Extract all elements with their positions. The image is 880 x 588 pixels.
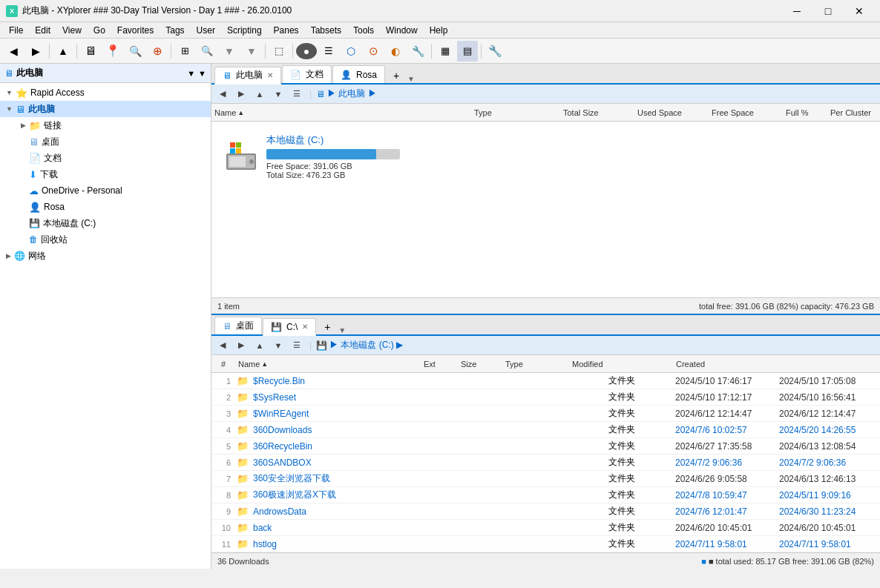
back-nav-btn-bottom[interactable]: ◀ [214, 338, 231, 353]
menu-user[interactable]: User [191, 24, 221, 37]
col-per-cluster-header[interactable]: Per Cluster [827, 108, 880, 117]
location2-button[interactable]: 📍 [102, 41, 123, 62]
sidebar-filter[interactable]: ▼ [198, 69, 206, 78]
menu-scripting[interactable]: Scripting [221, 24, 268, 37]
sidebar-item-recycle[interactable]: ▶ 🗑 回收站 [0, 231, 211, 248]
sidebar-item-rosa[interactable]: ▶ 👤 Rosa [0, 199, 211, 215]
col-total-size-header[interactable]: Total Size [560, 108, 634, 117]
up-button[interactable]: ▲ [53, 41, 73, 62]
layout2-button[interactable]: ▤ [457, 41, 478, 62]
theme3-button[interactable]: ⊙ [363, 41, 384, 62]
filter2-button[interactable]: ▼ [219, 41, 240, 62]
sidebar-item-network[interactable]: ▶ 🌐 网络 [0, 248, 211, 264]
table-row[interactable]: 7 📁 360安全浏览器下载 文件夹 2024/6/26 9:05:58 202… [211, 471, 880, 487]
tab-dropdown-top[interactable]: ▼ [407, 75, 415, 83]
theme4-button[interactable]: ◐ [385, 41, 406, 62]
back-button[interactable]: ◀ [3, 41, 24, 62]
col-used-space-header[interactable]: Used Space [634, 108, 709, 117]
tab-this-pc[interactable]: 🖥 此电脑 ✕ [214, 67, 281, 85]
forward-nav-btn-bottom[interactable]: ▶ [233, 338, 249, 353]
sidebar-item-docs[interactable]: ▶ 📄 文档 [0, 150, 211, 166]
sidebar-dropdown[interactable]: ▼ [187, 69, 195, 78]
tab-add-bottom[interactable]: + [318, 320, 336, 334]
forward-button[interactable]: ▶ [25, 41, 46, 62]
search-button[interactable]: 🔍 [125, 41, 145, 62]
pane-menu-bottom[interactable]: ☰ [289, 338, 305, 353]
menu-tools[interactable]: Tools [347, 24, 380, 37]
table-row[interactable]: 3 📁 $WinREAgent 文件夹 2024/6/12 12:14:47 2… [211, 406, 880, 422]
location-button[interactable]: 🖥 [80, 41, 101, 62]
col-created-header[interactable]: Created [673, 360, 777, 369]
zoom-button[interactable]: 🔍 [197, 41, 217, 62]
menu-edit[interactable]: Edit [29, 24, 56, 37]
menu-file[interactable]: File [3, 24, 29, 37]
theme2-button[interactable]: ⬡ [341, 41, 361, 62]
menu-tags[interactable]: Tags [160, 24, 190, 37]
tab-docs[interactable]: 📄 文档 [282, 65, 332, 83]
col-ext-header[interactable]: Ext [421, 360, 458, 369]
minimize-button[interactable]: ─ [782, 0, 812, 22]
tab-c-close[interactable]: ✕ [302, 323, 308, 331]
table-row[interactable]: 9 📁 AndrowsData 文件夹 2024/7/6 12:01:47 20… [211, 503, 880, 520]
menu-window[interactable]: Window [380, 24, 424, 37]
tab-add-top[interactable]: + [387, 68, 405, 83]
up-nav-btn-top[interactable]: ▲ [252, 87, 268, 102]
table-row[interactable]: 10 📁 back 文件夹 2024/6/20 10:45:01 2024/6/… [211, 520, 880, 536]
table-row[interactable]: 6 📁 360SANDBOX 文件夹 2024/7/2 9:06:36 2024… [211, 455, 880, 471]
table-row[interactable]: 4 📁 360Downloads 文件夹 2024/7/6 10:02:57 2… [211, 422, 880, 438]
table-row[interactable]: 1 📁 $Recycle.Bin 文件夹 2024/5/10 17:46:17 … [211, 373, 880, 389]
sidebar-item-links[interactable]: ▶ 📁 链接 [0, 117, 211, 133]
breadcrumb-pc-label[interactable]: ▶ 此电脑 ▶ [327, 87, 377, 100]
menu-help[interactable]: Help [424, 24, 454, 37]
tab-this-pc-close[interactable]: ✕ [267, 71, 273, 79]
maximize-button[interactable]: □ [813, 0, 843, 22]
menu-go[interactable]: Go [88, 24, 111, 37]
table-row[interactable]: 2 📁 $SysReset 文件夹 2024/5/10 17:12:17 202… [211, 389, 880, 406]
tab-dropdown-bottom[interactable]: ▼ [338, 326, 346, 334]
tab-rosa[interactable]: 👤 Rosa [332, 65, 385, 83]
col-name-header[interactable]: Name ▲ [211, 108, 471, 117]
dual-pane-button[interactable]: ⬚ [269, 41, 289, 62]
col-file-size-header[interactable]: Size [458, 360, 502, 369]
settings-button[interactable]: 🔧 [485, 41, 505, 62]
up-nav-btn-bottom[interactable]: ▲ [252, 338, 268, 353]
sidebar-item-this-pc[interactable]: ▼ 🖥 此电脑 [0, 101, 211, 117]
table-row[interactable]: 8 📁 360极速浏览器X下载 文件夹 2024/7/8 10:59:47 20… [211, 487, 880, 503]
pane-menu-top[interactable]: ☰ [289, 87, 305, 102]
col-full-pct-header[interactable]: Full % [783, 108, 827, 117]
tab-desktop[interactable]: 🖥 桌面 [214, 317, 262, 334]
drive-item-c[interactable]: 本地磁盘 (C:) Free Space: 391.06 GB Total Si… [217, 128, 874, 185]
forward-nav-btn-top[interactable]: ▶ [233, 87, 249, 102]
theme1-button[interactable]: ● [296, 43, 317, 59]
col-file-type-header[interactable]: Type [502, 360, 569, 369]
filter3-button[interactable]: ▼ [241, 41, 262, 62]
details-button[interactable]: ☰ [318, 41, 339, 62]
tab-c[interactable]: 💾 C:\ ✕ [263, 318, 316, 336]
table-row[interactable]: 11 📁 hstlog 文件夹 2024/7/11 9:58:01 2024/7… [211, 536, 880, 552]
menu-tabsets[interactable]: Tabsets [305, 24, 347, 37]
breadcrumb-drive-label[interactable]: ▶ 本地磁盘 (C:) ▶ [329, 339, 403, 351]
col-num-header[interactable]: # [211, 360, 235, 369]
sidebar-item-onedrive[interactable]: ▶ ☁ OneDrive - Personal [0, 182, 211, 199]
sidebar-item-rapid-access[interactable]: ▼ ⭐ Rapid Access [0, 85, 211, 101]
menu-favorites[interactable]: Favorites [111, 24, 160, 37]
view-toggle[interactable]: ⊞ [174, 41, 195, 62]
color-button[interactable]: 🔧 [407, 41, 428, 62]
down-nav-btn-bottom[interactable]: ▼ [270, 338, 286, 353]
col-modified-header[interactable]: Modified [569, 360, 673, 369]
col-free-space-header[interactable]: Free Space [709, 108, 783, 117]
menu-view[interactable]: View [56, 24, 88, 37]
back-nav-btn-top[interactable]: ◀ [214, 87, 231, 102]
sidebar-item-local-disk[interactable]: ▶ 💾 本地磁盘 (C:) [0, 215, 211, 231]
col-file-name-header[interactable]: Name ▲ [235, 360, 421, 369]
pc-icon-sidebar: 🖥 [16, 104, 25, 115]
down-nav-btn-top[interactable]: ▼ [270, 87, 286, 102]
close-button[interactable]: ✕ [844, 0, 874, 22]
col-type-header[interactable]: Type [471, 108, 560, 117]
filter-button[interactable]: ⊕ [147, 41, 168, 62]
table-row[interactable]: 5 📁 360RecycleBin 文件夹 2024/6/27 17:35:58… [211, 438, 880, 455]
layout1-button[interactable]: ▦ [435, 41, 456, 62]
menu-panes[interactable]: Panes [268, 24, 305, 37]
sidebar-item-downloads[interactable]: ▶ ⬇ 下载 [0, 166, 211, 182]
sidebar-item-desktop[interactable]: ▶ 🖥 桌面 [0, 133, 211, 150]
